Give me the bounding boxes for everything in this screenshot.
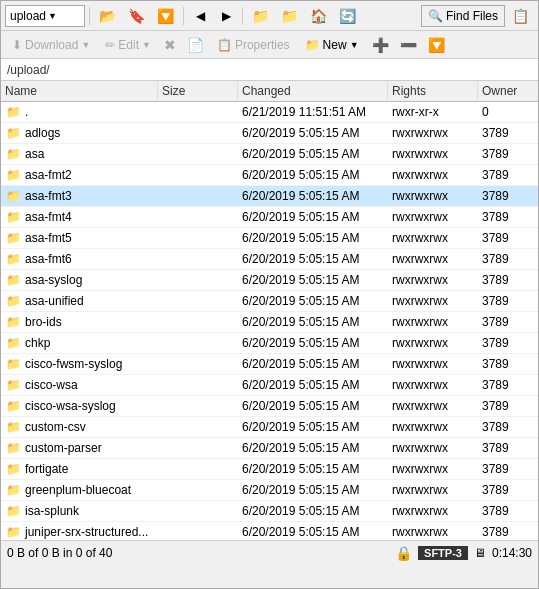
home-button[interactable]: 🏠 — [305, 5, 332, 27]
table-row[interactable]: 📁 . 6/21/2019 11:51:51 AM rwxr-xr-x 0 — [1, 102, 538, 123]
edit-button[interactable]: ✏ Edit ▼ — [98, 34, 158, 56]
col-header-changed[interactable]: Changed — [238, 82, 388, 100]
file-name-cell: 📁 cisco-wsa — [1, 376, 158, 394]
file-name-cell: 📁 fortigate — [1, 460, 158, 478]
status-bar: 0 B of 0 B in 0 of 40 🔒 SFTP-3 🖥 0:14:30 — [1, 540, 538, 564]
file-owner: 3789 — [482, 483, 509, 497]
table-row[interactable]: 📁 asa-unified 6/20/2019 5:05:15 AM rwxrw… — [1, 291, 538, 312]
folder-icon: 📁 — [5, 272, 21, 288]
file-rights-cell: rwxrwxrwx — [388, 376, 478, 394]
file-changed-cell: 6/20/2019 5:05:15 AM — [238, 166, 388, 184]
file-size-cell — [158, 229, 238, 247]
table-row[interactable]: 📁 bro-ids 6/20/2019 5:05:15 AM rwxrwxrwx… — [1, 312, 538, 333]
file-name: custom-csv — [25, 420, 86, 434]
new-button[interactable]: 📁 New ▼ — [298, 34, 366, 56]
table-row[interactable]: 📁 custom-parser 6/20/2019 5:05:15 AM rwx… — [1, 438, 538, 459]
file-rights-cell: rwxrwxrwx — [388, 481, 478, 499]
folder-icon: 📁 — [5, 461, 21, 477]
status-protocol: SFTP-3 — [418, 546, 468, 560]
file-owner-cell: 3789 — [478, 271, 538, 289]
add-button[interactable]: ➕ — [367, 34, 394, 56]
folder-icon: 📁 — [5, 356, 21, 372]
table-row[interactable]: 📁 asa-fmt2 6/20/2019 5:05:15 AM rwxrwxrw… — [1, 165, 538, 186]
table-row[interactable]: 📁 asa-fmt3 6/20/2019 5:05:15 AM rwxrwxrw… — [1, 186, 538, 207]
filter2-button[interactable]: 🔽 — [423, 34, 450, 56]
download-label: Download — [25, 38, 78, 52]
file-owner: 3789 — [482, 315, 509, 329]
file-size-cell — [158, 208, 238, 226]
back-button[interactable]: ◀ — [188, 5, 212, 27]
file-rights-cell: rwxrwxrwx — [388, 166, 478, 184]
minus-button[interactable]: ➖ — [395, 34, 422, 56]
table-row[interactable]: 📁 asa-fmt6 6/20/2019 5:05:15 AM rwxrwxrw… — [1, 249, 538, 270]
file-owner: 3789 — [482, 168, 509, 182]
table-row[interactable]: 📁 custom-csv 6/20/2019 5:05:15 AM rwxrwx… — [1, 417, 538, 438]
file-rights: rwxrwxrwx — [392, 357, 448, 371]
file-changed: 6/20/2019 5:05:15 AM — [242, 441, 359, 455]
table-row[interactable]: 📁 asa-fmt5 6/20/2019 5:05:15 AM rwxrwxrw… — [1, 228, 538, 249]
table-row[interactable]: 📁 asa 6/20/2019 5:05:15 AM rwxrwxrwx 378… — [1, 144, 538, 165]
file-owner: 3789 — [482, 462, 509, 476]
download-dropdown-arrow: ▼ — [81, 40, 90, 50]
col-header-owner[interactable]: Owner — [478, 82, 538, 100]
file-rights: rwxrwxrwx — [392, 399, 448, 413]
folder-icon: 📁 — [5, 524, 21, 540]
find-files-button[interactable]: 🔍 Find Files — [421, 5, 505, 27]
table-row[interactable]: 📁 fortigate 6/20/2019 5:05:15 AM rwxrwxr… — [1, 459, 538, 480]
bookmark-button[interactable]: 🔖 — [123, 5, 150, 27]
file-name: asa-fmt2 — [25, 168, 72, 182]
table-row[interactable]: 📁 isa-splunk 6/20/2019 5:05:15 AM rwxrwx… — [1, 501, 538, 522]
table-row[interactable]: 📁 adlogs 6/20/2019 5:05:15 AM rwxrwxrwx … — [1, 123, 538, 144]
col-header-name[interactable]: Name — [1, 82, 158, 100]
file-changed: 6/20/2019 5:05:15 AM — [242, 504, 359, 518]
table-row[interactable]: 📁 asa-fmt4 6/20/2019 5:05:15 AM rwxrwxrw… — [1, 207, 538, 228]
file-name-cell: 📁 juniper-srx-structured... — [1, 523, 158, 540]
col-header-size[interactable]: Size — [158, 82, 238, 100]
refresh-button[interactable]: 🔄 — [334, 5, 361, 27]
file-owner: 3789 — [482, 189, 509, 203]
folder-yellow-button[interactable]: 📁 — [247, 5, 274, 27]
file-size-cell — [158, 418, 238, 436]
delete-button[interactable]: ✖ — [159, 34, 181, 56]
properties-button[interactable]: 📋 Properties — [210, 34, 297, 56]
forward-button[interactable]: ▶ — [214, 5, 238, 27]
table-row[interactable]: 📁 chkp 6/20/2019 5:05:15 AM rwxrwxrwx 37… — [1, 333, 538, 354]
file-owner-cell: 3789 — [478, 166, 538, 184]
file-name: asa-fmt6 — [25, 252, 72, 266]
file-owner: 3789 — [482, 441, 509, 455]
file-changed: 6/20/2019 5:05:15 AM — [242, 294, 359, 308]
file-owner-cell: 3789 — [478, 187, 538, 205]
table-row[interactable]: 📁 asa-syslog 6/20/2019 5:05:15 AM rwxrwx… — [1, 270, 538, 291]
new-label: New — [323, 38, 347, 52]
file-changed-cell: 6/20/2019 5:05:15 AM — [238, 523, 388, 540]
filter-button[interactable]: 🔽 — [152, 5, 179, 27]
file-owner-cell: 3789 — [478, 145, 538, 163]
file-name-cell: 📁 cisco-fwsm-syslog — [1, 355, 158, 373]
file-changed: 6/20/2019 5:05:15 AM — [242, 147, 359, 161]
extra-button[interactable]: 📋 — [507, 5, 534, 27]
file-owner-cell: 3789 — [478, 229, 538, 247]
folder-open-button[interactable]: 📂 — [94, 5, 121, 27]
properties-label: Properties — [235, 38, 290, 52]
folder-up-button[interactable]: 📁 — [276, 5, 303, 27]
file-name: chkp — [25, 336, 50, 350]
file-changed: 6/20/2019 5:05:15 AM — [242, 483, 359, 497]
download-button[interactable]: ⬇ Download ▼ — [5, 34, 97, 56]
file-name: bro-ids — [25, 315, 62, 329]
lock-icon: 🔒 — [395, 545, 412, 561]
file-changed-cell: 6/21/2019 11:51:51 AM — [238, 103, 388, 121]
file-size-cell — [158, 460, 238, 478]
file-rows[interactable]: 📁 . 6/21/2019 11:51:51 AM rwxr-xr-x 0 📁 … — [1, 102, 538, 540]
file-name-cell: 📁 asa-fmt3 — [1, 187, 158, 205]
table-row[interactable]: 📁 cisco-wsa-syslog 6/20/2019 5:05:15 AM … — [1, 396, 538, 417]
table-row[interactable]: 📁 greenplum-bluecoat 6/20/2019 5:05:15 A… — [1, 480, 538, 501]
table-row[interactable]: 📁 cisco-fwsm-syslog 6/20/2019 5:05:15 AM… — [1, 354, 538, 375]
file-rights: rwxrwxrwx — [392, 462, 448, 476]
col-header-rights[interactable]: Rights — [388, 82, 478, 100]
table-row[interactable]: 📁 juniper-srx-structured... 6/20/2019 5:… — [1, 522, 538, 540]
file-owner-cell: 3789 — [478, 313, 538, 331]
table-row[interactable]: 📁 cisco-wsa 6/20/2019 5:05:15 AM rwxrwxr… — [1, 375, 538, 396]
folder-selector[interactable]: upload ▼ — [5, 5, 85, 27]
folder-icon: 📁 — [5, 251, 21, 267]
rename-button[interactable]: 📄 — [182, 34, 209, 56]
